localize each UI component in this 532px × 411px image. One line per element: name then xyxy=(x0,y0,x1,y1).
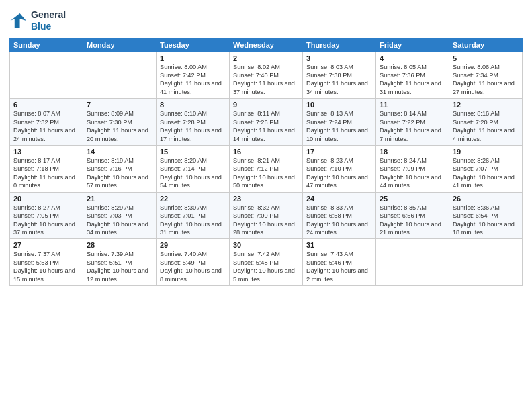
calendar-cell: 10Sunrise: 8:13 AMSunset: 7:24 PMDayligh… xyxy=(303,99,376,146)
cell-details: Sunrise: 8:27 AMSunset: 7:05 PMDaylight:… xyxy=(13,203,79,237)
weekday-header: Thursday xyxy=(303,38,376,52)
cell-details: Sunrise: 7:43 AMSunset: 5:46 PMDaylight:… xyxy=(306,250,372,283)
cell-details: Sunrise: 8:21 AMSunset: 7:12 PMDaylight:… xyxy=(233,156,299,190)
calendar-cell: 2Sunrise: 8:02 AMSunset: 7:40 PMDaylight… xyxy=(230,52,303,99)
day-number: 7 xyxy=(87,101,152,109)
cell-details: Sunrise: 8:29 AMSunset: 7:03 PMDaylight:… xyxy=(87,203,152,237)
calendar-cell xyxy=(376,239,449,286)
calendar-cell xyxy=(83,52,157,99)
calendar-cell: 11Sunrise: 8:14 AMSunset: 7:22 PMDayligh… xyxy=(376,99,449,146)
calendar-cell: 6Sunrise: 8:07 AMSunset: 7:32 PMDaylight… xyxy=(10,99,83,146)
day-number: 9 xyxy=(233,101,299,109)
day-number: 6 xyxy=(13,101,79,109)
day-number: 16 xyxy=(233,148,299,156)
calendar-row: 13Sunrise: 8:17 AMSunset: 7:18 PMDayligh… xyxy=(10,145,523,192)
day-number: 3 xyxy=(306,54,372,62)
calendar-page: General Blue SundayMondayTuesdayWednesda… xyxy=(0,0,532,411)
cell-details: Sunrise: 8:11 AMSunset: 7:26 PMDaylight:… xyxy=(233,109,299,143)
day-number: 24 xyxy=(306,195,372,203)
day-number: 26 xyxy=(453,195,519,203)
cell-details: Sunrise: 8:30 AMSunset: 7:01 PMDaylight:… xyxy=(160,203,226,237)
calendar-cell: 25Sunrise: 8:35 AMSunset: 6:56 PMDayligh… xyxy=(376,192,449,239)
calendar-cell: 20Sunrise: 8:27 AMSunset: 7:05 PMDayligh… xyxy=(10,192,83,239)
day-number: 27 xyxy=(13,241,79,249)
cell-details: Sunrise: 8:23 AMSunset: 7:10 PMDaylight:… xyxy=(306,156,372,190)
calendar-cell: 31Sunrise: 7:43 AMSunset: 5:46 PMDayligh… xyxy=(303,239,376,286)
cell-details: Sunrise: 8:02 AMSunset: 7:40 PMDaylight:… xyxy=(233,63,299,97)
logo-line2: Blue xyxy=(31,21,66,32)
day-number: 31 xyxy=(306,241,372,249)
cell-details: Sunrise: 8:36 AMSunset: 6:54 PMDaylight:… xyxy=(453,203,519,237)
cell-details: Sunrise: 8:24 AMSunset: 7:09 PMDaylight:… xyxy=(380,156,445,190)
svg-marker-1 xyxy=(11,13,26,28)
weekday-header: Sunday xyxy=(10,38,83,52)
calendar-cell: 1Sunrise: 8:00 AMSunset: 7:42 PMDaylight… xyxy=(157,52,230,99)
calendar-cell: 13Sunrise: 8:17 AMSunset: 7:18 PMDayligh… xyxy=(10,145,83,192)
weekday-header: Wednesday xyxy=(230,38,303,52)
calendar-cell: 7Sunrise: 8:09 AMSunset: 7:30 PMDaylight… xyxy=(83,99,157,146)
calendar-cell: 26Sunrise: 8:36 AMSunset: 6:54 PMDayligh… xyxy=(449,192,523,239)
cell-details: Sunrise: 8:20 AMSunset: 7:14 PMDaylight:… xyxy=(160,156,226,190)
day-number: 4 xyxy=(380,54,445,62)
weekday-header: Tuesday xyxy=(157,38,230,52)
cell-details: Sunrise: 8:32 AMSunset: 7:00 PMDaylight:… xyxy=(233,203,299,237)
cell-details: Sunrise: 8:03 AMSunset: 7:38 PMDaylight:… xyxy=(306,63,372,97)
day-number: 20 xyxy=(13,195,79,203)
calendar-row: 6Sunrise: 8:07 AMSunset: 7:32 PMDaylight… xyxy=(10,99,523,146)
calendar-cell: 18Sunrise: 8:24 AMSunset: 7:09 PMDayligh… xyxy=(376,145,449,192)
day-number: 30 xyxy=(233,241,299,249)
calendar-cell: 23Sunrise: 8:32 AMSunset: 7:00 PMDayligh… xyxy=(230,192,303,239)
calendar-cell: 30Sunrise: 7:42 AMSunset: 5:48 PMDayligh… xyxy=(230,239,303,286)
day-number: 21 xyxy=(87,195,152,203)
cell-details: Sunrise: 8:07 AMSunset: 7:32 PMDaylight:… xyxy=(13,109,79,143)
calendar-cell: 27Sunrise: 7:37 AMSunset: 5:53 PMDayligh… xyxy=(10,239,83,286)
calendar-cell: 24Sunrise: 8:33 AMSunset: 6:58 PMDayligh… xyxy=(303,192,376,239)
day-number: 5 xyxy=(453,54,519,62)
calendar-cell: 21Sunrise: 8:29 AMSunset: 7:03 PMDayligh… xyxy=(83,192,157,239)
calendar-cell xyxy=(449,239,523,286)
calendar-cell: 8Sunrise: 8:10 AMSunset: 7:28 PMDaylight… xyxy=(157,99,230,146)
cell-details: Sunrise: 8:14 AMSunset: 7:22 PMDaylight:… xyxy=(380,109,445,143)
cell-details: Sunrise: 8:05 AMSunset: 7:36 PMDaylight:… xyxy=(380,63,445,97)
calendar-cell: 14Sunrise: 8:19 AMSunset: 7:16 PMDayligh… xyxy=(83,145,157,192)
calendar-cell: 3Sunrise: 8:03 AMSunset: 7:38 PMDaylight… xyxy=(303,52,376,99)
calendar-cell: 9Sunrise: 8:11 AMSunset: 7:26 PMDaylight… xyxy=(230,99,303,146)
cell-details: Sunrise: 8:09 AMSunset: 7:30 PMDaylight:… xyxy=(87,109,152,143)
cell-details: Sunrise: 8:17 AMSunset: 7:18 PMDaylight:… xyxy=(13,156,79,190)
day-number: 10 xyxy=(306,101,372,109)
cell-details: Sunrise: 8:06 AMSunset: 7:34 PMDaylight:… xyxy=(453,63,519,97)
logo-icon xyxy=(9,11,28,30)
calendar-row: 27Sunrise: 7:37 AMSunset: 5:53 PMDayligh… xyxy=(10,239,523,286)
cell-details: Sunrise: 7:42 AMSunset: 5:48 PMDaylight:… xyxy=(233,250,299,283)
day-number: 19 xyxy=(453,148,519,156)
weekday-header: Friday xyxy=(376,38,449,52)
calendar-row: 1Sunrise: 8:00 AMSunset: 7:42 PMDaylight… xyxy=(10,52,523,99)
calendar-table: SundayMondayTuesdayWednesdayThursdayFrid… xyxy=(9,38,523,286)
cell-details: Sunrise: 8:00 AMSunset: 7:42 PMDaylight:… xyxy=(160,63,226,97)
calendar-cell: 22Sunrise: 8:30 AMSunset: 7:01 PMDayligh… xyxy=(157,192,230,239)
cell-details: Sunrise: 8:35 AMSunset: 6:56 PMDaylight:… xyxy=(380,203,445,237)
cell-details: Sunrise: 8:19 AMSunset: 7:16 PMDaylight:… xyxy=(87,156,152,190)
calendar-cell: 5Sunrise: 8:06 AMSunset: 7:34 PMDaylight… xyxy=(449,52,523,99)
calendar-cell: 28Sunrise: 7:39 AMSunset: 5:51 PMDayligh… xyxy=(83,239,157,286)
day-number: 15 xyxy=(160,148,226,156)
weekday-header: Saturday xyxy=(449,38,523,52)
cell-details: Sunrise: 7:39 AMSunset: 5:51 PMDaylight:… xyxy=(87,250,152,283)
cell-details: Sunrise: 8:16 AMSunset: 7:20 PMDaylight:… xyxy=(453,109,519,143)
calendar-row: 20Sunrise: 8:27 AMSunset: 7:05 PMDayligh… xyxy=(10,192,523,239)
day-number: 14 xyxy=(87,148,152,156)
day-number: 13 xyxy=(13,148,79,156)
day-number: 25 xyxy=(380,195,445,203)
day-number: 8 xyxy=(160,101,226,109)
day-number: 17 xyxy=(306,148,372,156)
weekday-header: Monday xyxy=(83,38,157,52)
calendar-cell: 16Sunrise: 8:21 AMSunset: 7:12 PMDayligh… xyxy=(230,145,303,192)
cell-details: Sunrise: 7:40 AMSunset: 5:49 PMDaylight:… xyxy=(160,250,226,283)
logo-line1: General xyxy=(31,9,66,21)
cell-details: Sunrise: 8:33 AMSunset: 6:58 PMDaylight:… xyxy=(306,203,372,237)
calendar-cell: 4Sunrise: 8:05 AMSunset: 7:36 PMDaylight… xyxy=(376,52,449,99)
logo: General Blue xyxy=(9,9,66,32)
weekday-header-row: SundayMondayTuesdayWednesdayThursdayFrid… xyxy=(10,38,523,52)
calendar-cell: 19Sunrise: 8:26 AMSunset: 7:07 PMDayligh… xyxy=(449,145,523,192)
day-number: 11 xyxy=(380,101,445,109)
